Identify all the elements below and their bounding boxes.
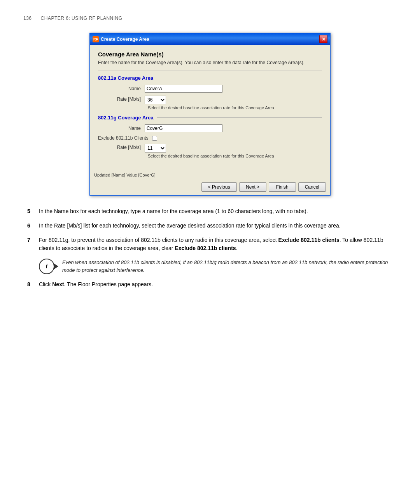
section-g-rate-label: Rate [Mb/s] [98,144,145,150]
section-g-exclude-row: Exclude 802.11b Clients [98,135,322,141]
section-a-rate-row: Rate [Mb/s] 125.56 9111218 24364854 Sele… [98,96,322,110]
section-g-header: 802.11g Coverage Area [98,115,322,121]
note-text: Even when association of 802.11b clients… [59,259,393,274]
section-a-name-input[interactable] [145,85,222,93]
steps-list: 5 In the Name box for each technology, t… [27,207,393,252]
section-main-title: Coverage Area Name(s) [98,51,322,58]
step-7-number: 7 [27,236,39,244]
note-box: i Even when association of 802.11b clien… [39,259,393,274]
section-g-name-input[interactable] [145,124,222,132]
section-a-rate-top: 125.56 9111218 24364854 [145,96,274,104]
section-a-name-label: Name [98,86,145,91]
divider-top [98,70,322,70]
section-g-rate-content: 125.56 9111218 24364854 Select the desir… [145,144,274,158]
dialog-title: Create Coverage Area [101,37,149,42]
step-7: 7 For 802.11g, to prevent the associatio… [27,236,393,252]
next-button[interactable]: Next > [239,182,266,192]
dialog-app-icon: RF [93,36,99,42]
step-8-number: 8 [27,280,39,289]
section-a-rate-content: 125.56 9111218 24364854 Select the desir… [145,96,274,110]
doc-content: 5 In the Name box for each technology, t… [23,207,397,289]
dialog-body: Coverage Area Name(s) Enter the name for… [90,45,330,168]
section-a-header: 802.11a Coverage Area [98,75,322,81]
section-a-name-row: Name [98,85,322,93]
note-icon: i [39,259,54,274]
page-number: 136 [23,16,32,21]
step-7-bold-2: Exclude 802.11b clients [175,245,236,251]
section-g-rate-select[interactable]: 125.56 9111218 24364854 [145,144,166,152]
section-a-rate-hint: Select the desired baseline association … [148,105,274,110]
note-icon-label: i [46,263,47,270]
dialog-close-button[interactable]: ✕ [319,35,327,43]
dialog-footer: < Previous Next > Finish Cancel [90,179,330,195]
section-a-rate-select[interactable]: 125.56 9111218 24364854 [145,96,166,104]
section-g-rate-row: Rate [Mb/s] 125.56 9111218 24364854 Sele… [98,144,322,158]
step-5-text: In the Name box for each technology, typ… [39,207,393,215]
chapter-label: Chapter 6: Using RF Planning [41,16,122,21]
section-g-rate-top: 125.56 9111218 24364854 [145,144,274,152]
step-6: 6 In the Rate [Mb/s] list for each techn… [27,222,393,230]
page-header: 136 Chapter 6: Using RF Planning [23,16,397,21]
step-5: 5 In the Name box for each technology, t… [27,207,393,215]
cancel-button[interactable]: Cancel [298,182,326,192]
step-6-text: In the Rate [Mb/s] list for each technol… [39,222,393,230]
section-a-rate-label: Rate [Mb/s] [98,96,145,102]
step-8: 8 Click Next. The Floor Properties page … [27,280,393,289]
steps-list-cont: 8 Click Next. The Floor Properties page … [27,280,393,289]
section-g-exclude-label: Exclude 802.11b Clients [98,135,152,141]
previous-button[interactable]: < Previous [201,182,237,192]
dialog-container: RF Create Coverage Area ✕ Coverage Area … [23,33,397,196]
status-text: Updated [Name] Value [CoverG] [94,173,156,177]
section-g-rate-hint: Select the desired baseline association … [148,154,274,158]
step-5-number: 5 [27,207,39,215]
finish-button[interactable]: Finish [269,182,296,192]
section-main-desc: Enter the name for the Coverage Area(s).… [98,60,322,65]
section-g-name-row: Name [98,124,322,132]
create-coverage-area-dialog: RF Create Coverage Area ✕ Coverage Area … [89,33,331,196]
step-7-text: For 802.11g, to prevent the association … [39,236,393,252]
section-g-exclude-checkbox[interactable] [152,136,157,141]
step-8-bold: Next [52,281,64,287]
step-7-bold-1: Exclude 802.11b clients [278,237,340,243]
section-g-name-label: Name [98,126,145,131]
status-bar: Updated [Name] Value [CoverG] [90,171,330,179]
step-8-text: Click Next. The Floor Properties page ap… [39,280,393,289]
step-6-number: 6 [27,222,39,230]
titlebar-left: RF Create Coverage Area [93,36,149,42]
dialog-titlebar: RF Create Coverage Area ✕ [90,33,330,45]
